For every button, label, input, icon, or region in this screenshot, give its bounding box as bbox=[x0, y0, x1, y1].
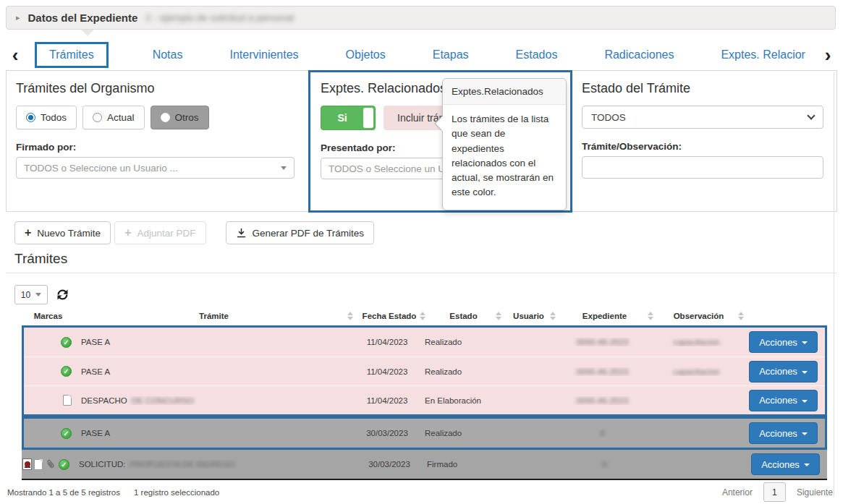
table-row[interactable]: ✓SOLICITUD:PROPUESTA DE INGRESO30/03/202… bbox=[22, 450, 827, 479]
acciones-button[interactable]: Acciones bbox=[749, 331, 818, 353]
check-circle-icon: ✓ bbox=[59, 459, 69, 470]
tab-objetos[interactable]: Objetos bbox=[343, 43, 389, 67]
tab-exptes-relacior[interactable]: Exptes. Relacior bbox=[718, 43, 808, 67]
caret-down-icon bbox=[802, 400, 808, 403]
adjuntar-pdf-button[interactable]: + Adjuntar PDF bbox=[114, 221, 206, 244]
sort-icon[interactable] bbox=[648, 312, 653, 320]
column-header-fecha[interactable]: Fecha Estado bbox=[353, 312, 425, 320]
sort-down-icon bbox=[496, 317, 501, 320]
pagination-next[interactable]: Siguiente bbox=[797, 487, 833, 497]
nuevo-tramite-button[interactable]: + Nuevo Trámite bbox=[14, 221, 111, 244]
sort-icon[interactable] bbox=[420, 312, 425, 320]
pagination: Anterior 1 Siguiente bbox=[722, 482, 833, 502]
page: ▸ Datos del Expediente 2 - ejemplo de so… bbox=[0, 0, 843, 504]
sort-up-icon bbox=[648, 312, 653, 315]
tramite-cell: PASE A bbox=[77, 429, 351, 437]
tabs-scroll-right-icon[interactable]: › bbox=[818, 46, 837, 64]
sort-icon[interactable] bbox=[496, 312, 501, 320]
tab-tr-mites[interactable]: Trámites bbox=[35, 42, 109, 68]
column-header-observacion[interactable]: Observación bbox=[653, 312, 744, 320]
radio-todos[interactable]: Todos bbox=[16, 106, 77, 129]
observacion-redacted-text: capacitacion bbox=[674, 367, 720, 376]
records-selected-text: 1 registro seleccionado bbox=[134, 488, 219, 497]
estado-cell: En Elaboración bbox=[423, 396, 499, 405]
document-icon bbox=[34, 459, 43, 470]
expediente-cell: 0000-46-2023 bbox=[554, 396, 651, 405]
scroll-rule bbox=[834, 72, 834, 497]
observacion-label: Trámite/Observación: bbox=[582, 141, 823, 152]
radio-actual[interactable]: Actual bbox=[82, 106, 145, 129]
acciones-cell: Acciones bbox=[742, 331, 825, 353]
expediente-header-bar[interactable]: ▸ Datos del Expediente 2 - ejemplo de so… bbox=[6, 6, 836, 30]
column-label: Estado bbox=[449, 312, 477, 320]
expediente-redacted-text: 8 bbox=[602, 460, 606, 469]
expediente-redacted-text: 8 bbox=[600, 429, 604, 437]
organismo-radio-group: TodosActualOtros bbox=[16, 106, 295, 129]
column-header-tramite[interactable]: Trámite bbox=[75, 312, 353, 320]
filters-panel: Trámites del Organismo TodosActualOtros … bbox=[6, 70, 837, 212]
column-label: Expediente bbox=[583, 312, 627, 320]
table-row[interactable]: DESPACHODE CONCURSO11/04/2023En Elaborac… bbox=[24, 385, 825, 414]
tramite-cell: DESPACHODE CONCURSO bbox=[77, 396, 351, 405]
radio-icon bbox=[161, 113, 170, 122]
firmado-select[interactable]: TODOS o Seleccione un Usuario ... bbox=[16, 157, 295, 179]
tab-intervinientes[interactable]: Intervinientes bbox=[226, 43, 301, 67]
sort-icon[interactable] bbox=[550, 312, 556, 320]
tab-radicaciones[interactable]: Radicaciones bbox=[601, 43, 677, 67]
tab-list: TrámitesNotasIntervinientesObjetosEtapas… bbox=[25, 40, 818, 70]
caret-down-icon bbox=[802, 432, 808, 435]
acciones-button[interactable]: Acciones bbox=[749, 361, 818, 383]
records-showing-text: Mostrando 1 a 5 de 5 registros bbox=[7, 488, 120, 497]
column-header-estado[interactable]: Estado bbox=[425, 312, 501, 320]
sort-up-icon bbox=[550, 312, 556, 315]
column-header-usuario[interactable]: Usuario bbox=[501, 312, 556, 320]
tab-estados[interactable]: Estados bbox=[513, 43, 561, 67]
sort-down-icon bbox=[420, 317, 425, 320]
marks-cell bbox=[24, 395, 77, 406]
acciones-button[interactable]: Acciones bbox=[749, 390, 818, 411]
download-icon bbox=[236, 228, 247, 239]
table-row[interactable]: ✓PASE A11/04/2023Realizado0000-46-2023ca… bbox=[24, 328, 825, 356]
paperclip-icon bbox=[45, 458, 56, 470]
tramite-cell: PASE A bbox=[77, 367, 351, 376]
radio-label: Todos bbox=[41, 112, 67, 123]
column-header-marcas: Marcas bbox=[22, 312, 75, 320]
sort-icon[interactable] bbox=[738, 312, 744, 320]
tramite-redacted-text: DE CONCURSO bbox=[132, 396, 194, 405]
adjuntar-pdf-label: Adjuntar PDF bbox=[137, 228, 195, 239]
estado-cell: Realizado bbox=[423, 367, 499, 376]
observacion-cell: capacitacion bbox=[651, 338, 742, 346]
pagination-prev[interactable]: Anterior bbox=[722, 487, 753, 497]
pagination-page-1[interactable]: 1 bbox=[763, 482, 786, 502]
relacionados-toggle[interactable]: Si bbox=[321, 106, 376, 130]
page-size-select[interactable]: 10 bbox=[14, 285, 48, 304]
tramites-section-title: Trámites bbox=[14, 251, 67, 267]
observacion-input[interactable] bbox=[582, 156, 823, 179]
generar-pdf-button[interactable]: Generar PDF de Trámites bbox=[226, 221, 375, 244]
highlight-box: ✓PASE A30/03/2023Realizado8Acciones bbox=[22, 417, 827, 450]
acciones-button[interactable]: Acciones bbox=[749, 422, 818, 444]
estado-select[interactable]: TODOS bbox=[582, 106, 823, 129]
column-header-expediente[interactable]: Expediente bbox=[556, 312, 653, 320]
refresh-icon[interactable] bbox=[55, 287, 70, 302]
column-label: Trámite bbox=[199, 312, 229, 320]
tabs-scroll-left-icon[interactable]: ‹ bbox=[6, 46, 25, 64]
organismo-filter-group: Trámites del Organismo TodosActualOtros … bbox=[16, 81, 295, 179]
radio-otros[interactable]: Otros bbox=[151, 106, 209, 129]
expediente-cell: 8 bbox=[554, 429, 651, 437]
plus-icon: + bbox=[124, 227, 131, 239]
table-row[interactable]: ✓PASE A11/04/2023Realizado0000-46-2023ca… bbox=[24, 356, 825, 385]
tramite-cell: PASE A bbox=[77, 338, 351, 346]
table-body: ✓PASE A11/04/2023Realizado0000-46-2023ca… bbox=[22, 325, 827, 480]
expediente-cell: 0000-46-2023 bbox=[554, 338, 651, 346]
acciones-label: Acciones bbox=[761, 459, 800, 470]
signed-document-icon bbox=[22, 458, 32, 470]
table-row[interactable]: ✓PASE A30/03/2023Realizado8Acciones bbox=[24, 419, 825, 448]
tabs-bar: ‹ TrámitesNotasIntervinientesObjetosEtap… bbox=[6, 40, 837, 70]
tab-etapas[interactable]: Etapas bbox=[430, 43, 472, 67]
acciones-button[interactable]: Acciones bbox=[751, 453, 820, 475]
tab-notas[interactable]: Notas bbox=[150, 43, 186, 67]
sort-icon[interactable] bbox=[347, 312, 353, 320]
actions-toolbar: + Nuevo Trámite + Adjuntar PDF Generar P… bbox=[14, 221, 374, 244]
estado-title: Estado del Trámite bbox=[582, 81, 823, 96]
